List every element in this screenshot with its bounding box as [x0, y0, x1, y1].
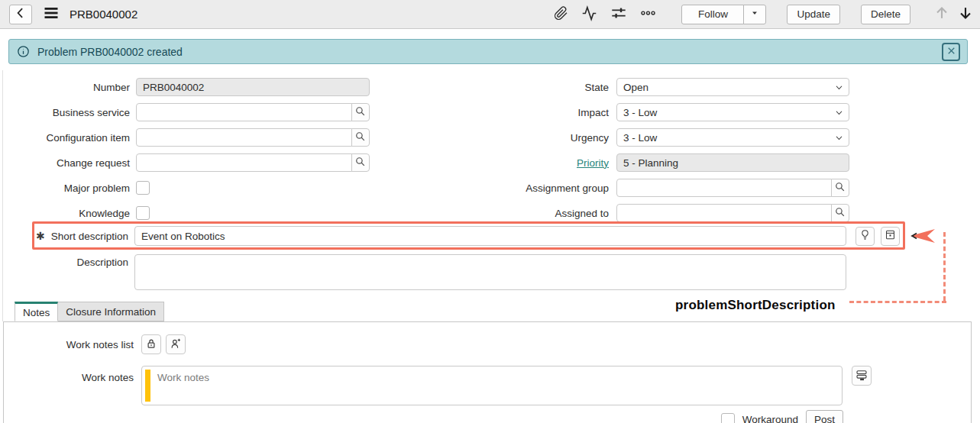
state-select[interactable]: Open: [616, 78, 849, 96]
previous-record-button[interactable]: [933, 4, 950, 24]
next-record-button[interactable]: [957, 4, 974, 24]
attachment-button[interactable]: [554, 6, 568, 23]
field-row-work-notes-list: Work notes list: [4, 334, 971, 354]
assigned-to-lookup-button[interactable]: [831, 204, 849, 222]
activity-stream-toggle-button[interactable]: [852, 366, 872, 386]
short-description-label: Short description: [51, 231, 128, 242]
business-service-lookup-button[interactable]: [351, 103, 370, 121]
assigned-to-field[interactable]: [616, 204, 832, 222]
field-row-work-notes: Work notes: [4, 366, 971, 405]
priority-field[interactable]: [616, 153, 849, 172]
work-notes-list-label: Work notes list: [4, 339, 134, 350]
field-row-knowledge: Knowledge: [2, 204, 488, 222]
banner-close-button[interactable]: [942, 43, 960, 61]
change-request-field[interactable]: [136, 153, 352, 172]
field-row-assignment-group: Assignment group: [488, 179, 849, 197]
urgency-value: 3 - Low: [623, 132, 657, 144]
notes-tab-panel: Work notes list Work notes: [3, 321, 972, 423]
field-row-description: Description: [0, 254, 980, 290]
work-notes-lock-button[interactable]: [141, 334, 161, 354]
knowledge-label: Knowledge: [2, 208, 130, 219]
description-field[interactable]: [134, 254, 846, 290]
field-row-short-description: ✱ Short description: [0, 226, 980, 246]
info-icon: [16, 44, 31, 59]
work-notes-label: Work notes: [4, 366, 134, 405]
follow-button[interactable]: Follow: [681, 5, 744, 24]
header-actions: Follow Update Delete: [554, 4, 974, 24]
configuration-item-lookup-button[interactable]: [351, 128, 370, 147]
work-notes-field-wrap: [141, 366, 843, 405]
work-notes-actions-row: Workaround Post: [4, 410, 843, 423]
paperclip-icon: [554, 6, 568, 23]
workaround-checkbox[interactable]: [721, 413, 735, 423]
suggestion-button[interactable]: [855, 227, 875, 246]
magnifier-icon: [833, 205, 846, 221]
activity-stream-button[interactable]: [581, 5, 597, 24]
tab-notes[interactable]: Notes: [15, 302, 58, 321]
hamburger-icon: [42, 4, 60, 24]
update-button[interactable]: Update: [787, 5, 840, 24]
number-field[interactable]: [136, 78, 370, 96]
arrow-down-icon: [957, 4, 974, 24]
record-title: PRB0040002: [70, 8, 137, 21]
major-problem-label: Major problem: [2, 182, 130, 194]
chevron-left-icon: [13, 5, 28, 23]
business-service-label: Business service: [2, 107, 130, 118]
major-problem-checkbox[interactable]: [136, 181, 150, 195]
delete-button[interactable]: Delete: [861, 5, 910, 24]
more-options-button[interactable]: [640, 6, 656, 22]
add-user-button[interactable]: [166, 334, 186, 354]
sliders-icon: [610, 5, 627, 24]
mandatory-indicator-icon: ✱: [36, 230, 45, 242]
field-row-assigned-to: Assigned to: [488, 204, 849, 222]
field-row-configuration-item: Configuration item: [2, 128, 488, 147]
caret-down-icon: [749, 8, 760, 21]
field-row-change-request: Change request: [2, 153, 488, 172]
configuration-item-label: Configuration item: [2, 132, 130, 144]
banner-message: Problem PRB0040002 created: [37, 46, 183, 58]
person-plus-icon: [169, 337, 183, 353]
back-button[interactable]: [9, 5, 32, 24]
knowledge-search-button[interactable]: [881, 227, 900, 246]
post-button[interactable]: Post: [806, 410, 843, 423]
number-label: Number: [2, 82, 130, 93]
personalize-form-button[interactable]: [610, 5, 627, 24]
magnifier-icon: [354, 105, 367, 120]
assigned-to-label: Assigned to: [488, 208, 609, 219]
work-notes-field[interactable]: [151, 366, 842, 405]
configuration-item-field[interactable]: [136, 128, 352, 147]
assignment-group-field[interactable]: [616, 179, 832, 197]
field-row-business-service: Business service: [2, 103, 488, 121]
magnifier-icon: [354, 130, 367, 145]
field-row-impact: Impact 3 - Low: [488, 103, 849, 121]
impact-value: 3 - Low: [623, 107, 657, 118]
knowledge-checkbox[interactable]: [136, 206, 150, 220]
magnifier-icon: [354, 155, 367, 170]
problem-record-page: PRB0040002: [0, 0, 980, 423]
change-request-lookup-button[interactable]: [351, 153, 370, 172]
priority-link-label[interactable]: Priority: [488, 157, 609, 169]
context-menu-button[interactable]: [40, 4, 63, 25]
urgency-select[interactable]: 3 - Low: [616, 128, 849, 147]
state-value: Open: [623, 82, 648, 93]
impact-label: Impact: [488, 107, 609, 118]
follow-dropdown-button[interactable]: [743, 5, 766, 24]
pulse-icon: [581, 5, 597, 24]
record-navigation: [933, 4, 974, 24]
business-service-field[interactable]: [136, 103, 352, 121]
workaround-label: Workaround: [742, 414, 798, 423]
field-row-urgency: Urgency 3 - Low: [488, 128, 849, 147]
assignment-group-lookup-button[interactable]: [831, 179, 849, 197]
description-label: Description: [0, 254, 128, 290]
arrow-up-icon: [933, 4, 950, 24]
short-description-field[interactable]: [134, 226, 846, 246]
close-icon: [946, 45, 957, 59]
info-banner: Problem PRB0040002 created: [8, 39, 968, 64]
form-left-column: Number Business service Configuration it…: [0, 78, 488, 229]
state-label: State: [488, 82, 609, 93]
impact-select[interactable]: 3 - Low: [616, 103, 849, 121]
record-header: PRB0040002: [0, 0, 980, 29]
tab-closure-information[interactable]: Closure Information: [58, 302, 164, 321]
field-row-priority: Priority: [488, 153, 849, 172]
assignment-group-label: Assignment group: [488, 182, 609, 194]
